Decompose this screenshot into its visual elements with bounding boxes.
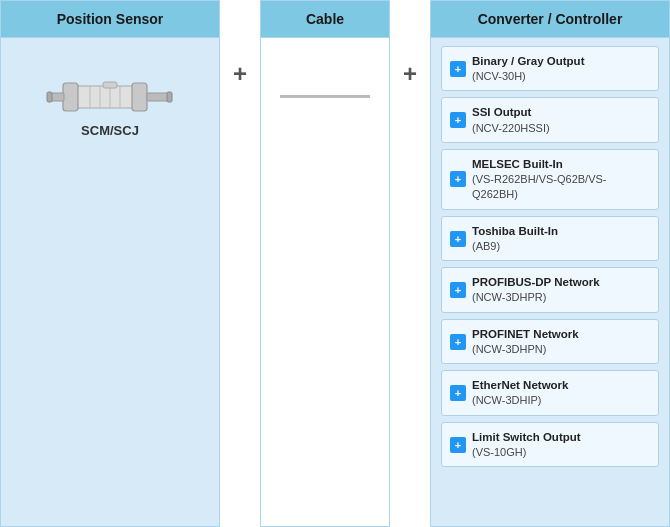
converter-item-name-1: SSI Output [472, 104, 550, 120]
converter-item-icon-7: + [450, 437, 466, 453]
main-container: Position Sensor [0, 0, 670, 527]
converter-item-name-0: Binary / Gray Output [472, 53, 584, 69]
converter-item-code-1: (NCV-220HSSI) [472, 121, 550, 136]
converter-item-text-5: PROFINET Network(NCW-3DHPN) [472, 326, 579, 357]
converter-item-name-5: PROFINET Network [472, 326, 579, 342]
converter-item-icon-3: + [450, 231, 466, 247]
plus-connector-2: + [390, 0, 430, 527]
svg-rect-4 [167, 92, 172, 102]
converter-item-code-0: (NCV-30H) [472, 69, 584, 84]
cable-body [261, 38, 389, 526]
converter-item-2[interactable]: +MELSEC Built-In(VS-R262BH/VS-Q62B/VS-Q2… [441, 149, 659, 210]
converter-item-text-1: SSI Output(NCV-220HSSI) [472, 104, 550, 135]
converter-item-0[interactable]: +Binary / Gray Output(NCV-30H) [441, 46, 659, 91]
converter-item-code-5: (NCW-3DHPN) [472, 342, 579, 357]
svg-rect-2 [132, 83, 147, 111]
svg-rect-11 [103, 82, 117, 88]
converter-item-icon-2: + [450, 171, 466, 187]
position-sensor-column: Position Sensor [0, 0, 220, 527]
converter-item-3[interactable]: +Toshiba Built-In(AB9) [441, 216, 659, 261]
plus-connector-1: + [220, 0, 260, 527]
converter-item-text-0: Binary / Gray Output(NCV-30H) [472, 53, 584, 84]
converter-item-icon-4: + [450, 282, 466, 298]
converter-item-text-7: Limit Switch Output(VS-10GH) [472, 429, 581, 460]
sensor-illustration [45, 68, 175, 123]
converter-item-icon-0: + [450, 61, 466, 77]
converter-item-name-7: Limit Switch Output [472, 429, 581, 445]
plus-icon-1: + [233, 60, 247, 88]
converter-item-text-3: Toshiba Built-In(AB9) [472, 223, 558, 254]
converter-item-icon-6: + [450, 385, 466, 401]
converter-header: Converter / Controller [431, 1, 669, 38]
position-sensor-body: SCM/SCJ [1, 38, 219, 526]
converter-item-code-6: (NCW-3DHIP) [472, 393, 569, 408]
converter-item-name-4: PROFIBUS-DP Network [472, 274, 600, 290]
position-sensor-header: Position Sensor [1, 1, 219, 38]
converter-item-name-2: MELSEC Built-In [472, 156, 650, 172]
svg-rect-6 [47, 92, 52, 102]
converter-item-5[interactable]: +PROFINET Network(NCW-3DHPN) [441, 319, 659, 364]
svg-rect-3 [147, 93, 169, 101]
converter-item-text-2: MELSEC Built-In(VS-R262BH/VS-Q62B/VS-Q26… [472, 156, 650, 203]
cable-line-illustration [280, 95, 370, 98]
cable-header: Cable [261, 1, 389, 38]
converter-item-code-4: (NCW-3DHPR) [472, 290, 600, 305]
converter-item-name-3: Toshiba Built-In [472, 223, 558, 239]
svg-rect-1 [63, 83, 78, 111]
converter-item-icon-5: + [450, 334, 466, 350]
converter-item-code-7: (VS-10GH) [472, 445, 581, 460]
sensor-label: SCM/SCJ [81, 123, 139, 138]
converter-item-text-6: EtherNet Network(NCW-3DHIP) [472, 377, 569, 408]
converter-item-name-6: EtherNet Network [472, 377, 569, 393]
cable-column: Cable [260, 0, 390, 527]
converter-body: +Binary / Gray Output(NCV-30H)+SSI Outpu… [431, 38, 669, 526]
converter-item-icon-1: + [450, 112, 466, 128]
converter-item-4[interactable]: +PROFIBUS-DP Network(NCW-3DHPR) [441, 267, 659, 312]
converter-item-7[interactable]: +Limit Switch Output(VS-10GH) [441, 422, 659, 467]
converter-item-code-2: (VS-R262BH/VS-Q62B/VS-Q262BH) [472, 172, 650, 203]
converter-item-1[interactable]: +SSI Output(NCV-220HSSI) [441, 97, 659, 142]
converter-item-text-4: PROFIBUS-DP Network(NCW-3DHPR) [472, 274, 600, 305]
converter-item-code-3: (AB9) [472, 239, 558, 254]
converter-item-6[interactable]: +EtherNet Network(NCW-3DHIP) [441, 370, 659, 415]
plus-icon-2: + [403, 60, 417, 88]
converter-controller-column: Converter / Controller +Binary / Gray Ou… [430, 0, 670, 527]
